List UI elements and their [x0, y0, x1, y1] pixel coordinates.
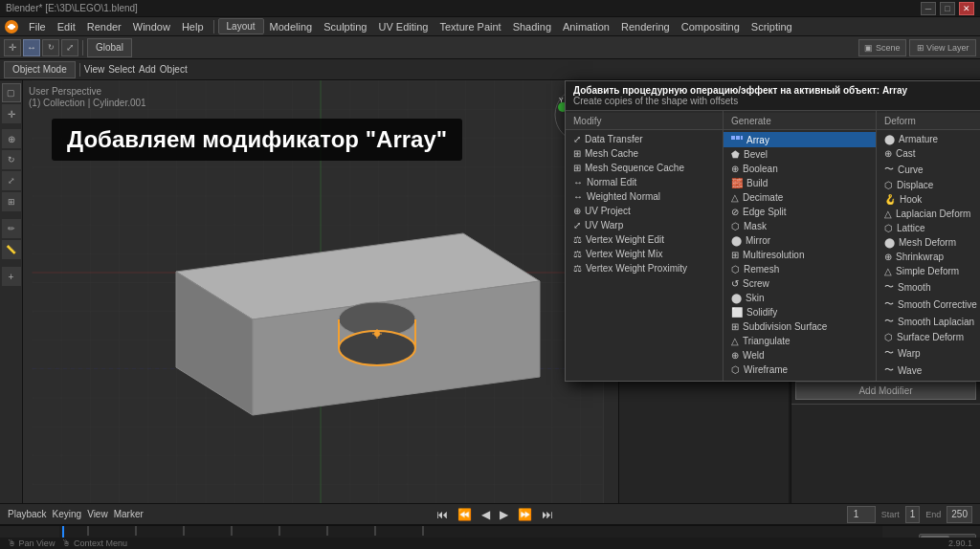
generate-item-multires[interactable]: ⊞Multiresolution [724, 248, 876, 262]
generate-item-boolean[interactable]: ⊕Boolean [724, 162, 876, 176]
view-overlay-btn[interactable]: ▣ Scene [858, 39, 906, 56]
select-menu[interactable]: Select [108, 64, 135, 75]
tab-uv-editing[interactable]: UV Editing [372, 19, 434, 34]
deform-item-10[interactable]: 〜Smooth [877, 278, 980, 296]
view-layer-btn[interactable]: ⊞ View Layer [909, 39, 976, 56]
tab-sculpting[interactable]: Sculpting [318, 19, 372, 34]
tab-shading[interactable]: Shading [507, 19, 557, 34]
tab-compositing[interactable]: Compositing [676, 19, 746, 34]
measure-tool[interactable]: 📏 [2, 240, 21, 259]
tab-texture-paint[interactable]: Texture Paint [434, 19, 506, 34]
menu-file[interactable]: File [23, 19, 52, 34]
modify-item-2[interactable]: ⊞Mesh Sequence Cache [566, 161, 723, 175]
menu-help[interactable]: Help [176, 19, 210, 34]
keying-menu[interactable]: Keying [53, 509, 82, 519]
blender-logo[interactable] [4, 19, 19, 34]
generate-item-triangulate[interactable]: △Triangulate [724, 334, 876, 348]
maximize-button[interactable]: □ [940, 2, 955, 15]
current-frame[interactable]: 1 [847, 506, 876, 523]
modify-item-8[interactable]: ⚖Vertex Weight Mix [566, 247, 723, 261]
tab-layout[interactable]: Layout [218, 18, 264, 34]
generate-item-screw[interactable]: ↺Screw [724, 276, 876, 291]
deform-item-4[interactable]: 🪝Hook [877, 192, 980, 207]
object-menu[interactable]: Object [160, 64, 188, 75]
rotate-tool[interactable]: ↻ [42, 39, 59, 56]
rotate-3d-tool[interactable]: ↻ [2, 150, 21, 169]
tab-animation[interactable]: Animation [557, 19, 615, 34]
playback-menu[interactable]: Playback [8, 509, 47, 519]
deform-item-1[interactable]: ⊕Cast [877, 146, 980, 161]
generate-item-array[interactable]: Array [724, 132, 876, 147]
start-label: Start [881, 510, 900, 519]
generate-item-weld[interactable]: ⊕Weld [724, 348, 876, 362]
play-next[interactable]: ⏩ [516, 508, 534, 521]
deform-item-6[interactable]: ⬡Lattice [877, 221, 980, 235]
add-object-tool[interactable]: + [2, 267, 21, 286]
move-tool[interactable]: ↔ [23, 39, 40, 56]
modify-item-0[interactable]: ⤢Data Transfer [566, 132, 723, 146]
end-value[interactable]: 250 [947, 506, 972, 523]
modify-item-3[interactable]: ↔Normal Edit [566, 175, 723, 189]
minimize-button[interactable]: ─ [921, 2, 936, 15]
generate-item-wireframe[interactable]: ⬡Wireframe [724, 362, 876, 377]
close-button[interactable]: ✕ [959, 2, 974, 15]
tab-modeling[interactable]: Modeling [264, 19, 319, 34]
global-dropdown[interactable]: Global [87, 38, 132, 57]
generate-item-build[interactable]: 🧱Build [724, 176, 876, 190]
generate-item-subdivision[interactable]: ⊞Subdivision Surface [724, 319, 876, 334]
deform-item-3[interactable]: ⬡Displace [877, 178, 980, 192]
deform-item-2[interactable]: 〜Curve [877, 161, 980, 178]
scale-3d-tool[interactable]: ⤢ [2, 171, 21, 190]
view-menu-bottom[interactable]: View [87, 509, 108, 519]
tab-rendering[interactable]: Rendering [615, 19, 676, 34]
generate-item-remesh[interactable]: ⬡Remesh [724, 262, 876, 276]
deform-item-14[interactable]: 〜Warp [877, 344, 980, 362]
select-box-tool[interactable]: ▢ [2, 83, 21, 102]
generate-item-decimate[interactable]: △Decimate [724, 190, 876, 205]
deform-item-0[interactable]: ⬤Armature [877, 132, 980, 146]
play-pause[interactable]: ▶ [498, 508, 510, 521]
generate-item-bevel[interactable]: ⬟Bevel [724, 147, 876, 162]
menu-window[interactable]: Window [127, 19, 176, 34]
scale-tool[interactable]: ⤢ [61, 39, 78, 56]
tab-scripting[interactable]: Scripting [746, 19, 798, 34]
object-mode-select[interactable]: Object Mode [4, 61, 76, 78]
modify-item-4[interactable]: ↔Weighted Normal [566, 189, 723, 204]
deform-item-5[interactable]: △Laplacian Deform [877, 207, 980, 221]
cursor-3d-tool[interactable]: ✛ [2, 104, 21, 123]
view-menu[interactable]: View [84, 64, 105, 75]
jump-end[interactable]: ⏭ [540, 508, 555, 521]
deform-item-12[interactable]: 〜Smooth Laplacian [877, 313, 980, 330]
modify-item-7[interactable]: ⚖Vertex Weight Edit [566, 232, 723, 247]
annotate-tool[interactable]: ✏ [2, 219, 21, 238]
generate-item-skin[interactable]: ⬤Skin [724, 291, 876, 305]
modify-item-9[interactable]: ⚖Vertex Weight Proximity [566, 261, 723, 275]
menu-edit[interactable]: Edit [52, 19, 81, 34]
generate-item-mirror[interactable]: ⬤Mirror [724, 233, 876, 248]
generate-item-solidify[interactable]: ⬜Solidify [724, 305, 876, 319]
move-3d-tool[interactable]: ⊕ [2, 129, 21, 148]
start-value[interactable]: 1 [905, 506, 921, 523]
deform-item-13[interactable]: ⬡Surface Deform [877, 330, 980, 344]
modify-item-5[interactable]: ⊕UV Project [566, 204, 723, 218]
deform-item-8[interactable]: ⊕Shrinkwrap [877, 250, 980, 264]
modify-item-1[interactable]: ⊞Mesh Cache [566, 146, 723, 161]
modify-item-6[interactable]: ⤢UV Warp [566, 218, 723, 232]
deform-item-9[interactable]: △Simple Deform [877, 264, 980, 278]
add-menu[interactable]: Add [139, 64, 156, 75]
pan-view-label: 🖱 Pan View [8, 538, 55, 548]
generate-item-mask[interactable]: ⬡Mask [724, 219, 876, 233]
add-modifier-button[interactable]: Add Modifier [795, 382, 976, 400]
jump-prev-keyframe[interactable]: ⏪ [456, 508, 474, 521]
generate-item-edge-split[interactable]: ⊘Edge Split [724, 205, 876, 219]
deform-item-15[interactable]: 〜Wave [877, 362, 980, 379]
deform-item-7[interactable]: ⬤Mesh Deform [877, 235, 980, 250]
cursor-tool[interactable]: ✛ [4, 39, 21, 56]
marker-menu[interactable]: Marker [114, 509, 144, 519]
play-back[interactable]: ◀ [479, 508, 492, 521]
viewport-controls: ▣ Scene ⊞ View Layer [858, 39, 976, 56]
deform-item-11[interactable]: 〜Smooth Corrective [877, 296, 980, 313]
menu-render[interactable]: Render [81, 19, 127, 34]
jump-start[interactable]: ⏮ [434, 508, 450, 521]
transform-3d-tool[interactable]: ⊞ [2, 192, 21, 211]
